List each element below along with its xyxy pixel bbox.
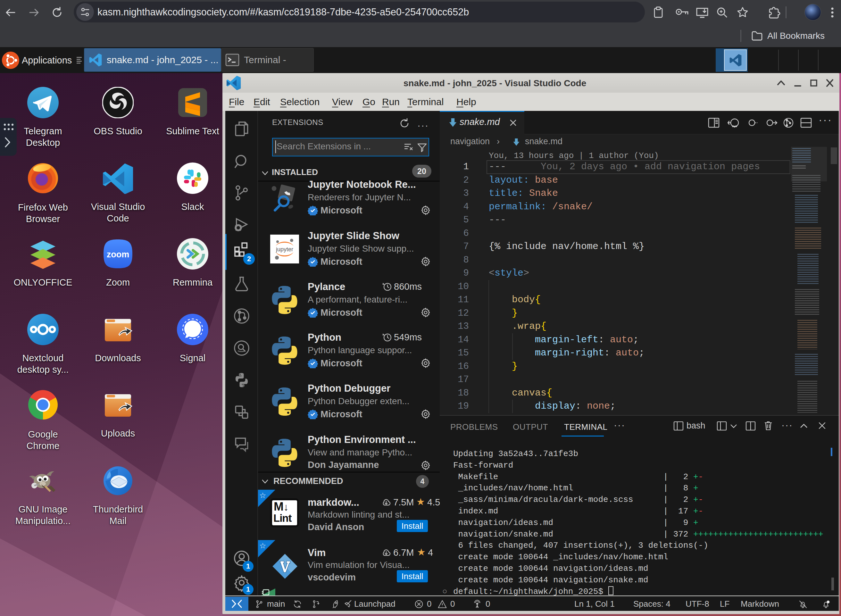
svg-text:zoom: zoom [107, 250, 129, 259]
svg-text:jupyter: jupyter [275, 246, 293, 252]
